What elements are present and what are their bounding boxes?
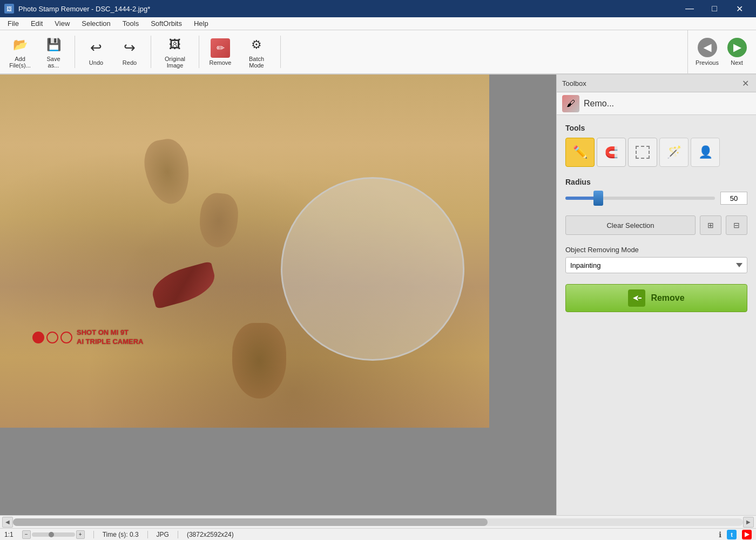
eraser-icon: 🧲 <box>605 146 618 159</box>
radius-row: 50 <box>565 192 747 205</box>
beach-image: SHOT ON MI 9T AI TRIPLE CAMERA <box>0 75 489 428</box>
zoom-slider-thumb[interactable] <box>49 532 54 537</box>
toolbox-tab[interactable]: 🖌 Remo... <box>557 92 756 115</box>
next-icon: ▶ <box>727 38 747 57</box>
toolbar: 📂 Add File(s)... 💾 Save as... ↩ Undo ↪ R… <box>0 30 756 75</box>
close-button[interactable]: ✕ <box>727 0 752 17</box>
menu-help[interactable]: Help <box>188 18 214 29</box>
zoom-out-button[interactable]: − <box>22 530 31 539</box>
window-title: Photo Stamp Remover - DSC_1444-2.jpg* <box>18 5 150 13</box>
horizontal-scrollbar[interactable] <box>13 518 743 526</box>
canvas-area[interactable]: SHOT ON MI 9T AI TRIPLE CAMERA <box>0 75 556 515</box>
tools-grid: ✏️ 🧲 🪄 👤 <box>565 138 747 167</box>
mode-select[interactable]: Inpainting Smart Fill Clone Stamp <box>565 257 747 273</box>
menu-tools[interactable]: Tools <box>117 18 144 29</box>
tools-section-label: Tools <box>565 124 747 132</box>
twitter-icon[interactable]: t <box>727 530 737 539</box>
remove-button[interactable]: Remove <box>565 284 747 312</box>
scroll-left-button[interactable]: ◀ <box>2 517 13 528</box>
previous-button[interactable]: ◀ Previous <box>692 33 722 71</box>
redo-button[interactable]: ↪ Redo <box>114 33 145 71</box>
minimize-button[interactable]: — <box>677 0 702 17</box>
zoom-in-button[interactable]: + <box>76 530 85 539</box>
status-sep-2 <box>147 531 148 538</box>
toolbar-separator-4 <box>280 36 281 68</box>
status-right: ℹ t ▶ <box>719 530 752 539</box>
save-as-icon: 💾 <box>44 35 63 54</box>
stamp-tool-button[interactable]: 👤 <box>691 138 720 167</box>
maximize-button[interactable]: □ <box>702 0 727 17</box>
add-files-button[interactable]: 📂 Add File(s)... <box>4 33 36 71</box>
zoom-level: 1:1 <box>4 531 14 538</box>
clear-selection-button[interactable]: Clear Selection <box>565 215 696 235</box>
menu-edit[interactable]: Edit <box>25 18 48 29</box>
watermark-text: SHOT ON MI 9T AI TRIPLE CAMERA <box>77 328 144 347</box>
mode-label: Object Removing Mode <box>565 246 747 254</box>
radius-slider[interactable] <box>565 193 715 204</box>
redo-icon: ↪ <box>120 38 139 58</box>
scroll-right-button[interactable]: ▶ <box>743 517 754 528</box>
radius-thumb[interactable] <box>593 191 603 206</box>
remove-button-label: Remove <box>651 293 684 303</box>
stamp-icon: 👤 <box>698 145 713 159</box>
toolbox-body: Tools ✏️ 🧲 🪄 👤 Radi <box>557 115 756 515</box>
original-image-button[interactable]: 🖼 Original Image <box>157 33 193 71</box>
main-area: SHOT ON MI 9T AI TRIPLE CAMERA Toolbox ✕… <box>0 75 756 515</box>
pencil-tool-button[interactable]: ✏️ <box>565 138 595 167</box>
toolbar-separator-1 <box>75 36 75 68</box>
watermark-area: SHOT ON MI 9T AI TRIPLE CAMERA <box>32 328 144 347</box>
save-as-label: Save as... <box>46 56 60 69</box>
eraser-tool-button[interactable]: 🧲 <box>597 138 626 167</box>
watermark-line1: SHOT ON MI 9T <box>77 328 144 338</box>
invert-icon: ⊟ <box>733 221 740 230</box>
pencil-icon: ✏️ <box>573 145 588 159</box>
toolbox-tab-icon: 🖌 <box>562 95 579 112</box>
menu-selection[interactable]: Selection <box>76 18 116 29</box>
undo-button[interactable]: ↩ Undo <box>80 33 112 71</box>
menu-softorbits[interactable]: SoftOrbits <box>145 18 187 29</box>
select-all-icon: ⊞ <box>707 221 714 230</box>
remove-icon-toolbar: ✏ <box>211 38 230 58</box>
watermark-circles <box>32 332 72 343</box>
next-button[interactable]: ▶ Next <box>722 33 752 71</box>
mode-section: Object Removing Mode Inpainting Smart Fi… <box>565 246 747 273</box>
status-sep-3 <box>178 531 178 538</box>
redo-label: Redo <box>123 59 137 66</box>
invert-selection-button[interactable]: ⊟ <box>726 215 747 235</box>
clear-selection-row: Clear Selection ⊞ ⊟ <box>565 215 747 235</box>
save-as-button[interactable]: 💾 Save as... <box>38 33 69 71</box>
remove-button-toolbar[interactable]: ✏ Remove <box>205 33 236 71</box>
radius-value[interactable]: 50 <box>720 192 747 205</box>
time-value: Time (s): 0.3 <box>103 531 139 538</box>
zoom-slider[interactable] <box>32 532 75 537</box>
toolbox-close-button[interactable]: ✕ <box>740 78 751 89</box>
select-all-button[interactable]: ⊞ <box>700 215 721 235</box>
scrollbar-thumb[interactable] <box>13 518 488 526</box>
original-image-icon: 🖼 <box>165 35 185 54</box>
toolbox-header: Toolbox ✕ <box>557 75 756 92</box>
zoom-control: − + <box>22 530 85 539</box>
undo-label: Undo <box>89 59 103 66</box>
radius-label: Radius <box>565 178 747 186</box>
batch-mode-icon: ⚙ <box>247 35 266 54</box>
wand-icon: 🪄 <box>667 145 681 159</box>
menu-view[interactable]: View <box>49 18 75 29</box>
batch-mode-button[interactable]: ⚙ Batch Mode <box>238 33 275 71</box>
footprint-3 <box>232 323 286 399</box>
menu-file[interactable]: File <box>2 18 24 29</box>
youtube-icon[interactable]: ▶ <box>742 530 752 539</box>
toolbar-separator-3 <box>199 36 199 68</box>
navigation-buttons: ◀ Previous ▶ Next <box>687 30 752 74</box>
toolbox-panel: Toolbox ✕ 🖌 Remo... Tools ✏️ 🧲 🪄 <box>556 75 756 515</box>
previous-label: Previous <box>696 59 719 66</box>
wm-circle-1 <box>32 332 44 343</box>
rect-select-tool-button[interactable] <box>628 138 657 167</box>
add-files-icon: 📂 <box>10 35 30 54</box>
status-sep-1 <box>93 531 94 538</box>
wand-tool-button[interactable]: 🪄 <box>659 138 688 167</box>
previous-icon: ◀ <box>698 38 717 57</box>
radius-track <box>565 197 715 200</box>
menu-bar: File Edit View Selection Tools SoftOrbit… <box>0 17 756 30</box>
wm-circle-3 <box>60 332 72 343</box>
info-icon[interactable]: ℹ <box>719 530 721 539</box>
